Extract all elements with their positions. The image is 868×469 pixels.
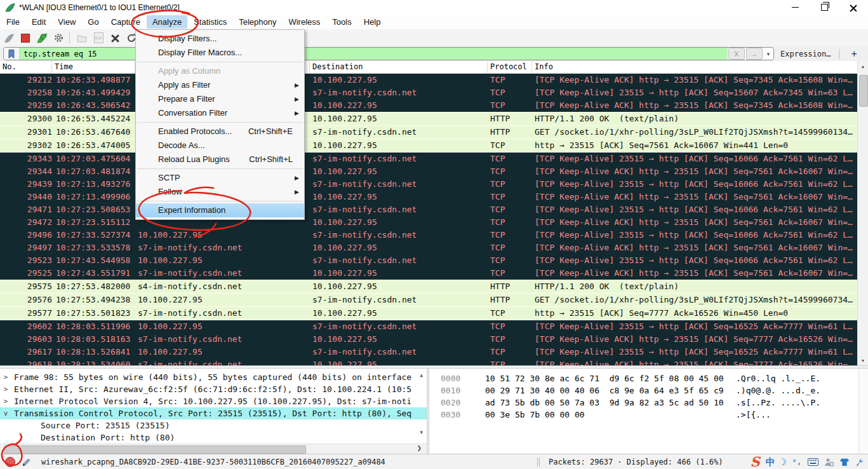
detail-row-frame[interactable]: >Frame 98: 55 bytes on wire (440 bits), … (0, 371, 427, 383)
menu-file[interactable]: File (1, 15, 25, 29)
menu-statistics[interactable]: Statistics (188, 15, 232, 29)
col-info[interactable]: Info (532, 61, 858, 73)
close-file-button[interactable] (107, 31, 123, 45)
restore-button[interactable] (810, 0, 839, 15)
moon-mode-icon[interactable]: ☽ (781, 456, 787, 468)
expander-icon[interactable]: v (0, 407, 11, 419)
col-protocol[interactable]: Protocol (488, 61, 532, 73)
close-button[interactable] (839, 0, 868, 15)
soft-keyboard-icon[interactable] (808, 458, 818, 466)
settings-wrench-icon[interactable] (855, 458, 864, 466)
menu-item-display-filter-macros[interactable]: Display Filter Macros... (136, 46, 304, 60)
detail-scroll-up-icon[interactable]: ▲ (420, 372, 423, 378)
detail-row-tcp[interactable]: vTransmission Control Protocol, Src Port… (0, 407, 427, 419)
expression-button[interactable]: Expression… (780, 50, 831, 58)
capture-options-button[interactable] (51, 31, 66, 45)
table-row[interactable]: 2947210:27:23.51511210.100.227.95TCP[TCP… (0, 216, 858, 229)
table-row[interactable]: 2957510:27:53.482000s4-im-notify.csdn.ne… (0, 280, 858, 293)
table-row[interactable]: 2925910:26:43.50654210.100.227.95TCP[TCP… (0, 99, 858, 112)
expander-icon[interactable]: > (0, 395, 11, 407)
hex-row[interactable]: 0020ad 73 5b db 00 50 7a 03 9d 9a 82 a3 … (429, 397, 858, 409)
table-row[interactable]: 2957710:27:53.501823s7-im-notify.csdn.ne… (0, 306, 858, 320)
scroll-down-icon[interactable]: ▼ (858, 355, 868, 365)
menu-edit[interactable]: Edit (26, 15, 51, 29)
hex-row[interactable]: 001000 29 71 30 40 00 40 06 c8 9e 0a 64 … (429, 384, 858, 397)
menu-item-prepare-a-filter[interactable]: Prepare a Filter▶ (136, 92, 304, 106)
table-row[interactable]: 2957610:27:53.49423810.100.227.95s7-im-n… (0, 293, 858, 306)
table-row[interactable]: 2949610:27:33.52737410.100.227.95s7-im-n… (0, 229, 858, 241)
expander-icon[interactable]: > (0, 371, 11, 383)
menu-item-follow[interactable]: Follow▶ (136, 185, 304, 199)
hex-row[interactable]: 000010 51 72 30 8e ac 6c 71 d9 6c f2 5f … (429, 372, 858, 384)
sogou-logo-icon[interactable]: S (751, 456, 760, 468)
col-no[interactable]: No. (0, 61, 52, 73)
restart-capture-button[interactable] (34, 31, 50, 45)
expert-info-button[interactable] (5, 457, 15, 467)
filter-apply-button[interactable]: → (746, 48, 763, 60)
table-row[interactable]: 2960210:28:03.51199610.100.227.95s7-im-n… (0, 320, 858, 333)
detail-row-dst-port[interactable]: Destination Port: http (80) (0, 432, 427, 444)
stop-capture-button[interactable] (18, 31, 33, 45)
detail-row-ethernet[interactable]: >Ethernet II, Src: Azurewav_6c:f2:5f (6c… (0, 383, 427, 395)
hex-row[interactable]: 003000 3e 5b 7b 00 00 00.>[{... (429, 409, 858, 421)
filter-clear-button[interactable]: X (728, 48, 745, 60)
table-row[interactable]: 2949710:27:33.533578s7-im-notify.csdn.ne… (0, 241, 858, 254)
scroll-up-icon[interactable]: ▲ (858, 61, 868, 71)
menu-capture[interactable]: Capture (105, 15, 146, 29)
hscroll-thumb[interactable] (4, 445, 306, 454)
table-row[interactable]: 2934310:27:03.475604s7-im-notify.csdn.ne… (0, 152, 858, 165)
menu-telephony[interactable]: Telephony (233, 15, 282, 29)
table-row[interactable]: 2952510:27:43.551791s7-im-notify.csdn.ne… (0, 267, 858, 280)
packet-list-scrollbar[interactable]: ▲ ▼ (857, 61, 868, 365)
table-row[interactable]: 2934410:27:03.48187410.100.227.95TCP[TCP… (0, 165, 858, 178)
table-row[interactable]: 2960310:28:03.518163s7-im-notify.csdn.ne… (0, 333, 858, 346)
menu-item-reload-lua-plugins[interactable]: Reload Lua PluginsCtrl+Shift+L (136, 153, 304, 167)
capture-comment-icon[interactable] (22, 458, 31, 467)
table-row[interactable]: 2930210:26:53.47400510.100.227.95TCPhttp… (0, 139, 858, 152)
menu-item-enabled-protocols[interactable]: Enabled Protocols...Ctrl+Shift+E (136, 125, 304, 139)
detail-hscrollbar[interactable]: ❯ (0, 444, 427, 454)
table-row[interactable]: 2952310:27:43.54495810.100.227.95s7-im-n… (0, 254, 858, 267)
save-file-button[interactable]: 010 (91, 31, 106, 45)
detail-row-ip[interactable]: >Internet Protocol Version 4, Src: 10.10… (0, 395, 427, 407)
detail-scroll-down-icon[interactable]: ▼ (420, 430, 423, 435)
filter-history-caret[interactable]: ▾ (763, 51, 773, 57)
skin-shirt-icon[interactable] (839, 458, 850, 466)
punctuation-mode-icon[interactable]: °, (792, 458, 802, 466)
filter-bookmark-button[interactable] (4, 48, 20, 60)
detail-row-src-port[interactable]: Source Port: 23515 (23515) (0, 419, 427, 432)
start-capture-button[interactable] (1, 31, 17, 45)
menu-tools[interactable]: Tools (326, 15, 357, 29)
table-row[interactable]: 2947110:27:23.508653s7-im-notify.csdn.ne… (0, 203, 858, 216)
table-row[interactable]: 2930010:26:53.44522410.100.227.95HTTPHTT… (0, 112, 858, 125)
scroll-right-icon[interactable]: ❯ (417, 445, 422, 451)
table-row[interactable]: 2943910:27:13.493276s7-im-notify.csdn.ne… (0, 178, 858, 191)
table-row[interactable]: 2961710:28:13.52684110.100.227.95s7-im-n… (0, 346, 858, 358)
expander-icon[interactable]: > (0, 383, 11, 395)
display-filter-input[interactable] (20, 48, 728, 60)
add-filter-button[interactable]: + (846, 48, 862, 60)
table-row[interactable]: 2930110:26:53.467640s7-im-notify.csdn.ne… (0, 125, 858, 139)
chinese-mode-icon[interactable]: 中 (766, 456, 775, 468)
open-file-button[interactable] (74, 31, 90, 45)
menu-analyze[interactable]: Analyze (147, 15, 187, 29)
menu-item-conversation-filter[interactable]: Conversation Filter▶ (136, 106, 304, 120)
scrollbar-thumb[interactable] (859, 75, 868, 107)
col-destination[interactable]: Destination (310, 61, 488, 73)
menu-go[interactable]: Go (82, 15, 104, 29)
minimize-button[interactable] (780, 0, 810, 15)
table-row[interactable]: 2944010:27:13.49990610.100.227.95TCP[TCP… (0, 191, 858, 203)
table-row[interactable]: 2921210:26:33.49887710.100.227.95TCP[TCP… (0, 74, 858, 86)
table-row[interactable]: 2961810:28:13.534060s7-im-notify.csdn.ne… (0, 358, 858, 365)
user-login-icon[interactable] (824, 458, 834, 466)
col-time[interactable]: Time (52, 61, 135, 73)
menu-item-expert-information[interactable]: Expert Information (136, 203, 304, 217)
menu-help[interactable]: Help (358, 15, 387, 29)
menu-item-sctp[interactable]: SCTP▶ (136, 171, 304, 185)
menu-view[interactable]: View (52, 15, 81, 29)
menu-item-decode-as[interactable]: Decode As... (136, 139, 304, 153)
menu-item-apply-as-filter[interactable]: Apply as Filter▶ (136, 78, 304, 92)
menu-wireless[interactable]: Wireless (283, 15, 326, 29)
packet-list-header[interactable]: No. Time Source Destination Protocol Inf… (0, 61, 858, 74)
menu-item-display-filters[interactable]: Display Filters... (136, 32, 304, 46)
